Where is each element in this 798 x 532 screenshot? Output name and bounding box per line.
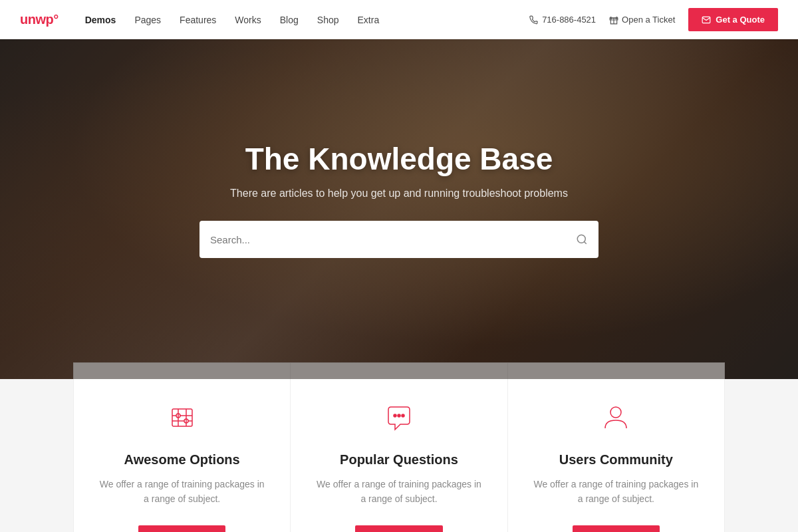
navbar-right: 716-886-4521 Open a Ticket Get a Quote bbox=[529, 8, 778, 31]
hero-section: The Knowledge Base There are articles to… bbox=[0, 0, 798, 379]
nav-demos[interactable]: Demos bbox=[85, 15, 116, 25]
navbar: unwp° Demos Pages Features Works Blog Sh… bbox=[0, 0, 798, 39]
hero-subtitle: There are articles to help you get up an… bbox=[230, 188, 568, 200]
card-1-readmore-button[interactable]: Read more bbox=[138, 525, 225, 532]
search-bar bbox=[200, 221, 598, 258]
user-icon bbox=[595, 396, 637, 439]
nav-menu: Demos Pages Features Works Blog Shop Ext… bbox=[85, 14, 529, 26]
nav-pages[interactable]: Pages bbox=[134, 15, 161, 25]
hero-content: The Knowledge Base There are articles to… bbox=[200, 141, 598, 258]
ticket-icon bbox=[609, 15, 618, 25]
card-3-desc: We offer a range of training packages in… bbox=[532, 477, 700, 507]
email-icon bbox=[702, 15, 711, 25]
card-3-title: Users Community bbox=[559, 452, 673, 467]
card-2-readmore-button[interactable]: Read more bbox=[355, 525, 442, 532]
svg-rect-2 bbox=[172, 409, 192, 426]
search-input[interactable] bbox=[210, 234, 576, 245]
search-submit-button[interactable] bbox=[576, 233, 588, 245]
nav-blog[interactable]: Blog bbox=[280, 15, 299, 25]
svg-point-13 bbox=[402, 414, 404, 417]
card-1-desc: We offer a range of training packages in… bbox=[98, 477, 266, 507]
nav-extra[interactable]: Extra bbox=[358, 15, 380, 25]
card-users-community: Users Community We offer a range of trai… bbox=[507, 362, 725, 532]
card-1-title: Awesome Options bbox=[124, 452, 240, 467]
get-quote-button[interactable]: Get a Quote bbox=[688, 8, 778, 31]
cards-section: Awesome Options We offer a range of trai… bbox=[0, 362, 798, 532]
open-ticket-link[interactable]: Open a Ticket bbox=[609, 15, 675, 25]
nav-works[interactable]: Works bbox=[235, 15, 261, 25]
nav-features[interactable]: Features bbox=[180, 15, 216, 25]
search-icon bbox=[576, 233, 588, 245]
phone-number: 716-886-4521 bbox=[529, 15, 596, 25]
svg-point-0 bbox=[577, 235, 585, 243]
card-awesome-options: Awesome Options We offer a range of trai… bbox=[73, 362, 290, 532]
brand-logo[interactable]: unwp° bbox=[20, 12, 59, 27]
hero-title: The Knowledge Base bbox=[245, 141, 553, 177]
svg-point-11 bbox=[394, 414, 396, 417]
svg-point-12 bbox=[398, 414, 400, 417]
card-popular-questions: Popular Questions We offer a range of tr… bbox=[290, 362, 507, 532]
phone-icon bbox=[529, 15, 538, 25]
card-2-desc: We offer a range of training packages in… bbox=[315, 477, 483, 507]
card-2-title: Popular Questions bbox=[340, 452, 458, 467]
svg-line-1 bbox=[584, 241, 586, 243]
chat-icon bbox=[378, 396, 420, 439]
card-3-readmore-button[interactable]: Read more bbox=[573, 525, 660, 532]
nav-shop[interactable]: Shop bbox=[317, 15, 339, 25]
svg-point-14 bbox=[610, 407, 621, 418]
sliders-icon bbox=[161, 396, 203, 439]
